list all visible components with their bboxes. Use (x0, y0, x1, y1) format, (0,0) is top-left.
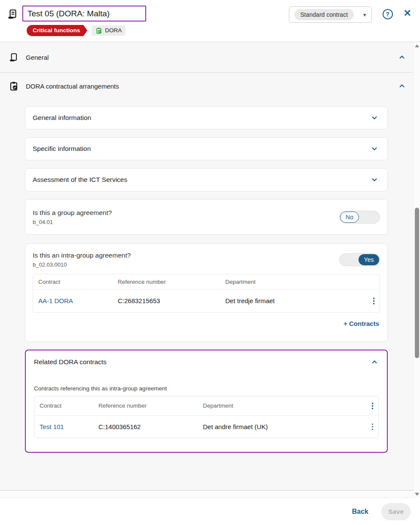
contract-type-select[interactable]: Standard contract ▾ (289, 6, 372, 23)
table-row: AA-1 DORA C:2683215653 Det tredje firmae… (33, 290, 380, 312)
contract-title-input[interactable] (22, 6, 146, 21)
scroll-down-arrow-icon[interactable] (415, 493, 419, 496)
toggle-knob: No (340, 212, 359, 223)
header-right: Standard contract ▾ ? ✕ (289, 6, 411, 23)
clipboard-check-green-icon (95, 27, 102, 34)
scroll-gutter (0, 491, 413, 498)
chevron-up-icon (371, 359, 378, 365)
section-general-label: General (26, 54, 49, 61)
column-contract: Contract (38, 279, 118, 285)
row-kebab-menu[interactable] (369, 422, 376, 432)
critical-functions-badge: Critical functions (27, 25, 83, 36)
collapse-general-button[interactable] (398, 53, 406, 61)
question-mark-icon: ? (386, 11, 389, 18)
related-card-subtitle: Contracts referencing this as intra-grou… (34, 385, 379, 392)
related-dora-contracts-card: Related DORA contracts Contracts referen… (25, 350, 388, 453)
dora-badge: DORA (92, 25, 126, 36)
contract-type-value: Standard contract (294, 9, 354, 20)
column-department: Department (225, 279, 364, 285)
column-department: Department (203, 402, 363, 409)
collapse-dora-button[interactable] (398, 82, 406, 90)
contract-link[interactable]: Test 101 (40, 423, 98, 430)
add-contracts-button[interactable]: + Contracts (33, 320, 380, 327)
department-cell: Det andre firmaet (UK) (203, 423, 363, 430)
question-text-block: Is this an intra-group agreement? b_02.0… (33, 252, 131, 268)
related-card-header[interactable]: Related DORA contracts (34, 358, 379, 366)
scroll-up-arrow-icon[interactable] (415, 44, 419, 47)
chevron-up-icon (399, 54, 405, 61)
header: Critical functions DORA (0, 0, 420, 42)
accordion-general-information[interactable]: General information (25, 106, 388, 129)
accordion-ict-assessment[interactable]: Assessment of the ICT Services (25, 168, 388, 191)
accordion-label: General information (33, 114, 91, 122)
question-text: Is this an intra-group agreement? (33, 252, 131, 259)
dora-badge-label: DORA (105, 27, 122, 34)
group-agreement-toggle[interactable]: No (339, 211, 380, 224)
column-reference-number: Reference number (98, 402, 203, 409)
question-code: b_04.01 (33, 219, 112, 225)
column-reference-number: Reference number (118, 279, 225, 285)
clipboard-check-icon (9, 81, 21, 91)
section-general[interactable]: General (0, 42, 420, 73)
table-kebab-menu[interactable] (369, 401, 376, 411)
chevron-down-icon (371, 145, 378, 152)
question-intra-group-agreement: Is this an intra-group agreement? b_02.0… (25, 243, 388, 342)
contract-link[interactable]: AA-1 DORA (38, 297, 118, 304)
chevron-up-icon (399, 83, 405, 89)
intra-group-contracts-table: Contract Reference number Department AA-… (33, 274, 380, 313)
related-contracts-table: Contract Reference number Department Tes… (34, 396, 379, 438)
intra-group-toggle[interactable]: Yes (339, 253, 380, 266)
toggle-knob: Yes (359, 254, 379, 265)
accordion-label: Assessment of the ICT Services (33, 176, 127, 184)
header-left: Critical functions DORA (7, 6, 146, 36)
table-header-row: Contract Reference number Department (34, 396, 378, 416)
chevron-down-icon (371, 176, 378, 183)
scroll-document-icon (9, 52, 21, 62)
reference-number-cell: C:2683215653 (118, 297, 225, 304)
question-text-block: Is this a group agreement? b_04.01 (33, 209, 112, 225)
scrollbar-thumb[interactable] (415, 208, 419, 358)
question-group-agreement: Is this a group agreement? b_04.01 No (25, 199, 388, 235)
title-block: Critical functions DORA (22, 6, 146, 36)
related-card-title: Related DORA contracts (34, 358, 107, 366)
save-button[interactable]: Save (381, 503, 411, 520)
table-header-row: Contract Reference number Department (33, 274, 380, 290)
question-code: b_02.03.0010 (33, 261, 131, 268)
accordion-label: Specific information (33, 145, 91, 153)
contract-editor-window: Critical functions DORA (0, 0, 420, 525)
contract-document-icon (7, 9, 18, 36)
chevron-down-icon: ▾ (363, 12, 366, 18)
vertical-scrollbar[interactable] (413, 42, 420, 498)
close-button[interactable]: ✕ (404, 8, 411, 19)
department-cell: Det tredje firmaet (225, 297, 364, 304)
badge-row: Critical functions DORA (27, 25, 146, 36)
section-dora-arrangements[interactable]: DORA contractual arrangements (0, 73, 420, 99)
accordion-specific-information[interactable]: Specific information (25, 137, 388, 160)
form-content: General DORA contractual arrangements (0, 42, 420, 491)
reference-number-cell: C:1400365162 (98, 423, 203, 430)
table-row: Test 101 C:1400365162 Det andre firmaet … (34, 416, 378, 438)
column-contract: Contract (40, 402, 98, 409)
intra-group-header: Is this an intra-group agreement? b_02.0… (33, 252, 380, 268)
cards-container: General information Specific information… (0, 99, 420, 453)
footer: Back Save (0, 498, 420, 525)
help-button[interactable]: ? (383, 9, 393, 19)
collapse-related-button[interactable] (370, 358, 379, 366)
back-button[interactable]: Back (352, 508, 368, 516)
section-dora-label: DORA contractual arrangements (26, 83, 119, 90)
chevron-down-icon (371, 114, 378, 121)
row-kebab-menu[interactable] (371, 296, 377, 306)
question-text: Is this a group agreement? (33, 209, 112, 217)
